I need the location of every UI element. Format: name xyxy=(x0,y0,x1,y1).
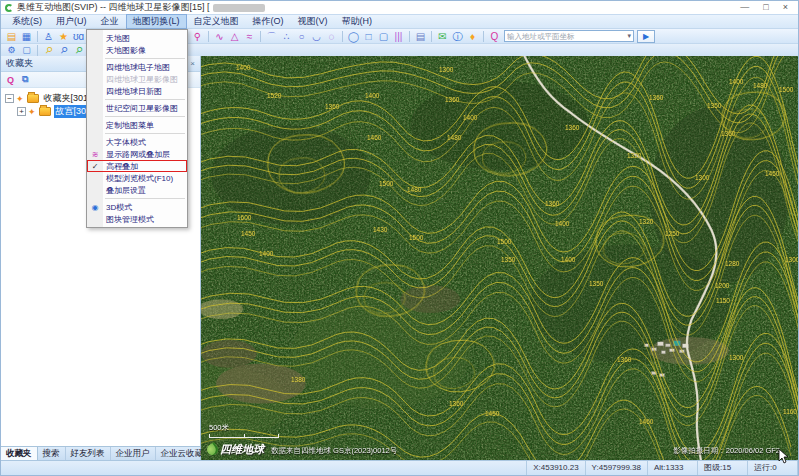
folder-icon xyxy=(27,94,39,103)
rect-icon[interactable]: □ xyxy=(361,30,376,43)
address-search-input[interactable] xyxy=(505,31,625,41)
menu-item-label: 大字体模式 xyxy=(103,137,146,148)
menu-custom-map[interactable]: 自定义地图 xyxy=(187,14,246,29)
friends-icon[interactable]: ♙ xyxy=(41,30,56,43)
curve-icon[interactable]: ≈ xyxy=(242,30,257,43)
menu-help[interactable]: 帮助(H) xyxy=(335,14,380,29)
favorites-search-icon[interactable]: Q xyxy=(7,75,14,85)
map-scale: 500米 xyxy=(209,423,279,438)
titlebar: 奥维互动地图(SVIP) -- 四维地球卫星影像图[15] [ — □ × xyxy=(1,1,798,14)
toolbar-separator xyxy=(342,31,343,42)
menu-item-label: 模型浏览模式(F10) xyxy=(103,173,173,184)
tab-friends[interactable]: 好友列表 xyxy=(66,447,111,460)
minimize-button[interactable]: — xyxy=(740,1,749,14)
ring-icon[interactable]: ◯ xyxy=(346,30,361,43)
map-provider-logo: 四维地球 xyxy=(207,442,264,457)
map-provider-name: 四维地球 xyxy=(220,442,264,457)
tab-enterprise-users[interactable]: 企业用户 xyxy=(111,447,156,460)
tab-favorites[interactable]: 收藏夹 xyxy=(1,447,38,460)
window-title: 奥维互动地图(SVIP) -- 四维地球卫星影像图[15] [ xyxy=(17,1,210,14)
menu-item-label: 高程叠加 xyxy=(103,161,138,172)
sidebar-tabs: 收藏夹搜索好友列表企业用户企业云收藏夹 xyxy=(1,446,200,460)
circle-icon[interactable]: ○ xyxy=(294,30,309,43)
toolbar-separator xyxy=(208,31,209,42)
roadnet-icon: ≋ xyxy=(87,150,103,159)
new-document-icon[interactable]: ▢ xyxy=(19,44,34,57)
menu-item-siwei-daily-map[interactable]: 四维地球日新图 xyxy=(87,85,187,97)
menu-view[interactable]: 视图(V) xyxy=(291,14,335,29)
rounded-rect-icon[interactable]: ▢ xyxy=(376,30,391,43)
menu-enterprise[interactable]: 企业 xyxy=(94,14,126,29)
menu-item-tianditu-imagery[interactable]: 天地图影像 xyxy=(87,44,187,56)
menu-item-label: 天地图 xyxy=(103,33,130,44)
open-folder-icon[interactable]: ▤ xyxy=(4,30,19,43)
polygon-icon[interactable]: △ xyxy=(227,30,242,43)
search-icon[interactable]: Q xyxy=(487,30,502,43)
tree-node-label: 收藏夹[301] xyxy=(42,92,93,105)
toolbar-row1-icons: ▤▦♙★ʊɑ♀✎▥◔▾▣⚲∿△≈⌒∴○◡◌◯□▢|||▤✉ⓘ♦Q xyxy=(4,30,502,43)
message-icon[interactable]: ✉ xyxy=(435,30,450,43)
maximize-button[interactable]: □ xyxy=(763,1,768,14)
menu-item-tile-manage-mode[interactable]: 图块管理模式 xyxy=(87,213,187,225)
toolbar-separator xyxy=(409,31,410,42)
vip-gem-icon[interactable]: ♦ xyxy=(465,30,480,43)
toolbar-separator xyxy=(431,31,432,42)
toolbar-separator xyxy=(483,31,484,42)
search-dropdown-caret-icon[interactable]: ▾ xyxy=(625,32,633,40)
menu-item-siwei-satellite-imagery: 四维地球卫星影像图 xyxy=(87,73,187,85)
address-search: ▾ ▶ xyxy=(504,30,655,43)
menu-item-show-roadnet-overlay[interactable]: ≋显示路网或叠加层 xyxy=(87,148,187,160)
address-search-box: ▾ xyxy=(504,30,634,42)
multipoint-icon[interactable]: ∴ xyxy=(279,30,294,43)
menu-item-model-browse-mode[interactable]: 模型浏览模式(F10) xyxy=(87,172,187,184)
toolbar-separator xyxy=(260,31,261,42)
menu-separator xyxy=(105,99,185,100)
ellipse-icon[interactable]: ◌ xyxy=(324,30,339,43)
satellite-map[interactable]: 1400152013601400130013601400148014601360… xyxy=(201,56,798,460)
menu-user[interactable]: 用户(U) xyxy=(49,14,94,29)
menu-item-tianditu[interactable]: 天地图 xyxy=(87,32,187,44)
menu-item-label: 3D模式 xyxy=(103,202,132,213)
menu-item-century-space-imagery[interactable]: 世纪空间卫星影像图 xyxy=(87,102,187,114)
expand-icon[interactable]: + xyxy=(17,107,26,116)
menu-operate[interactable]: 操作(O) xyxy=(246,14,291,29)
menu-separator xyxy=(105,133,185,134)
menu-item-overlay-settings[interactable]: 叠加层设置 xyxy=(87,184,187,196)
polyline-icon[interactable]: ∿ xyxy=(212,30,227,43)
leaf-icon xyxy=(205,442,220,457)
menu-item-large-font-mode[interactable]: 大字体模式 xyxy=(87,136,187,148)
ovital-logo-icon xyxy=(5,4,13,12)
settings-gear-icon[interactable]: ⚙ xyxy=(4,44,19,57)
menu-item-label: 显示路网或叠加层 xyxy=(103,149,170,160)
status-map-level: 图级:15 xyxy=(698,461,748,475)
save-icon[interactable]: ▦ xyxy=(19,30,34,43)
info-icon[interactable]: ⓘ xyxy=(450,30,465,43)
menu-item-label: 天地图影像 xyxy=(103,45,146,56)
menu-map-switch[interactable]: 地图切换(L) xyxy=(126,14,187,29)
close-button[interactable]: × xyxy=(783,1,788,14)
menu-item-custom-map-menu[interactable]: 定制地图菜单 xyxy=(87,119,187,131)
placemark-icon: ✦ xyxy=(16,94,24,104)
book-icon[interactable]: ▤ xyxy=(413,30,428,43)
collapse-icon[interactable]: − xyxy=(5,94,14,103)
favorites-search-icon[interactable]: ʊɑ xyxy=(71,30,86,43)
tab-search[interactable]: 搜索 xyxy=(38,447,66,460)
favorites-layers-icon[interactable]: ⧉ xyxy=(22,74,28,85)
menu-separator xyxy=(105,58,185,59)
menu-item-elevation-overlay[interactable]: ✓高程叠加 xyxy=(87,160,187,172)
arc-down-icon[interactable]: ◡ xyxy=(309,30,324,43)
placemark-pin-icon[interactable]: ⚲ xyxy=(190,30,205,43)
search-go-button[interactable]: ▶ xyxy=(637,30,655,43)
statusbar: X:453910.23Y:4597999.38Alt:1333图级:15运行:0 xyxy=(1,460,798,475)
arc-up-icon[interactable]: ⌒ xyxy=(264,30,279,43)
menu-item-siwei-electronic-map[interactable]: 四维地球电子地图 xyxy=(87,61,187,73)
menu-item-mode-3d[interactable]: ◉3D模式 xyxy=(87,201,187,213)
status-y: Y:4597999.38 xyxy=(586,461,648,475)
menu-item-label: 四维地球卫星影像图 xyxy=(103,74,178,85)
menu-item-label: 四维地球日新图 xyxy=(103,86,162,97)
bars-icon[interactable]: ||| xyxy=(391,30,406,43)
favorites-star-icon[interactable]: ★ xyxy=(56,30,71,43)
panel-close-icon[interactable]: × xyxy=(190,59,195,68)
map-switch-menu: 天地图天地图影像四维地球电子地图四维地球卫星影像图四维地球日新图世纪空间卫星影像… xyxy=(86,29,188,228)
menu-system[interactable]: 系统(S) xyxy=(5,14,49,29)
